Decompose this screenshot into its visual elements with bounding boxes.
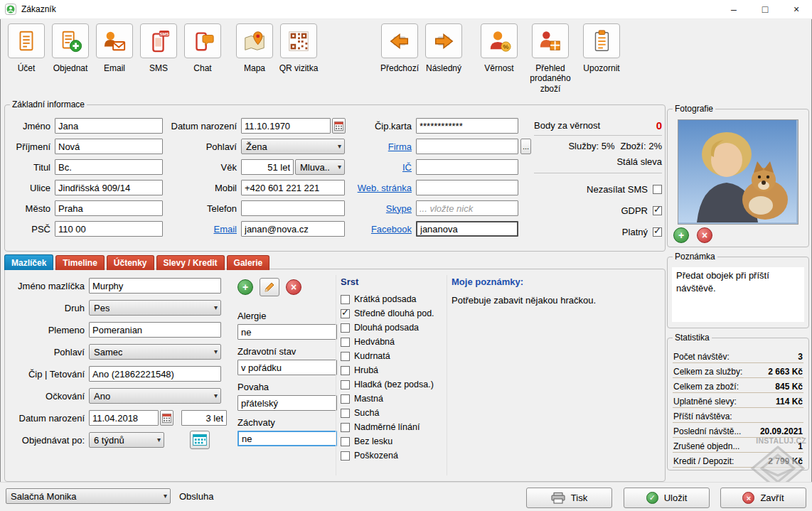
skype-field[interactable] bbox=[416, 200, 518, 216]
coat-checkbox-item[interactable]: Kudrnatá bbox=[341, 349, 447, 363]
coat-checkbox[interactable] bbox=[341, 394, 350, 404]
zdravotni-stav-field[interactable] bbox=[237, 360, 337, 375]
obsluha-select[interactable]: Salačná Monika bbox=[6, 488, 171, 504]
upozornit-button[interactable]: Upozornit bbox=[576, 23, 627, 73]
objednat-button[interactable]: Objednat bbox=[48, 23, 92, 73]
titul-field[interactable] bbox=[55, 159, 163, 175]
email-field[interactable] bbox=[241, 221, 345, 237]
date-picker-icon[interactable] bbox=[332, 118, 346, 134]
facebook-field[interactable] bbox=[416, 221, 518, 237]
maximize-button[interactable]: □ bbox=[749, 0, 781, 18]
pet-age-field[interactable] bbox=[181, 410, 227, 426]
alergie-field[interactable] bbox=[237, 324, 337, 340]
zachvaty-field[interactable] bbox=[237, 431, 337, 446]
vek-field[interactable] bbox=[241, 159, 294, 175]
cip-karta-field[interactable] bbox=[416, 118, 518, 134]
mluva-select[interactable]: Mluva.. bbox=[295, 159, 345, 175]
pet-plemeno-field[interactable] bbox=[89, 322, 221, 338]
coat-checkbox-item[interactable]: Středně dlouhá pod. bbox=[341, 306, 447, 321]
datum-narozeni-field[interactable] bbox=[241, 118, 331, 134]
tab-timeline[interactable]: Timeline bbox=[55, 255, 104, 270]
coat-checkbox[interactable] bbox=[341, 423, 350, 432]
pet-druh-select[interactable]: Pes bbox=[89, 300, 221, 316]
tisk-button[interactable]: Tisk bbox=[526, 488, 612, 508]
pet-cip-field[interactable] bbox=[89, 366, 221, 382]
prijmeni-field[interactable] bbox=[55, 139, 163, 154]
povaha-field[interactable] bbox=[237, 395, 337, 411]
tab-uctenky[interactable]: Účtenky bbox=[107, 255, 154, 270]
nezasilat-sms-checkbox[interactable] bbox=[653, 185, 662, 194]
coat-checkbox[interactable] bbox=[341, 338, 350, 347]
coat-checkbox-item[interactable]: Hrubá bbox=[341, 363, 447, 377]
delete-pet-button[interactable]: × bbox=[286, 279, 301, 295]
coat-checkbox-item[interactable]: Suchá bbox=[341, 406, 447, 420]
schedule-calendar-button[interactable] bbox=[190, 431, 210, 449]
gdpr-checkbox[interactable] bbox=[653, 206, 662, 215]
zavrit-button[interactable]: × Zavřít bbox=[720, 488, 806, 508]
ucet-button[interactable]: Účet bbox=[4, 23, 48, 73]
platny-checkbox[interactable] bbox=[653, 227, 662, 237]
vernost-button[interactable]: % Věrnost bbox=[474, 23, 525, 73]
skype-link[interactable]: Skype bbox=[352, 203, 416, 214]
coat-checkbox[interactable] bbox=[341, 295, 350, 304]
coat-checkbox-item[interactable]: Bez lesku bbox=[341, 434, 447, 448]
note-textarea[interactable]: Předat obojek při příští návštěvě. bbox=[672, 267, 804, 322]
coat-checkbox-item[interactable]: Nadměrné línání bbox=[341, 420, 447, 434]
close-button[interactable]: × bbox=[781, 0, 812, 18]
psc-field[interactable] bbox=[55, 221, 163, 237]
coat-checkbox-item[interactable]: Krátká podsada bbox=[341, 292, 447, 306]
ulice-field[interactable] bbox=[55, 180, 163, 195]
telefon-field[interactable] bbox=[241, 200, 345, 216]
coat-checkbox[interactable] bbox=[341, 309, 350, 318]
ulozit-button[interactable]: ✓ Uložit bbox=[624, 488, 710, 508]
coat-checkbox-item[interactable]: Mastná bbox=[341, 392, 447, 406]
firma-field[interactable] bbox=[416, 139, 518, 154]
ic-link[interactable]: IČ bbox=[352, 162, 416, 173]
mapa-button[interactable]: Mapa bbox=[233, 23, 277, 73]
nasledny-button[interactable]: Následný bbox=[422, 23, 466, 73]
pet-datum-narozeni-field[interactable] bbox=[89, 410, 159, 426]
jmeno-field[interactable] bbox=[55, 118, 163, 134]
predchozi-button[interactable]: Předchozí bbox=[378, 23, 422, 73]
coat-checkbox[interactable] bbox=[341, 352, 350, 361]
mesto-field[interactable] bbox=[55, 200, 163, 216]
coat-checkbox[interactable] bbox=[341, 437, 350, 446]
coat-checkbox[interactable] bbox=[341, 323, 350, 333]
email-button[interactable]: Email bbox=[92, 23, 137, 73]
coat-checkbox-item[interactable]: Poškozená bbox=[341, 448, 447, 463]
firma-more-button[interactable]: ... bbox=[520, 139, 531, 154]
sms-button[interactable]: SMS SMS bbox=[137, 23, 181, 73]
pohlavi-select[interactable]: Žena bbox=[241, 139, 345, 154]
tab-slevy-kredit[interactable]: Slevy / Kredit bbox=[156, 255, 225, 270]
firma-link[interactable]: Firma bbox=[352, 141, 416, 152]
coat-checkbox[interactable] bbox=[341, 409, 350, 418]
pet-notes-text[interactable]: Potřebuje zabavit nějakou hračkou. bbox=[452, 295, 662, 306]
pet-date-picker-icon[interactable] bbox=[160, 410, 173, 426]
web-stranka-link[interactable]: Web. stránka bbox=[352, 183, 416, 193]
edit-pet-button[interactable] bbox=[260, 278, 279, 296]
facebook-link[interactable]: Facebook bbox=[352, 224, 416, 235]
add-photo-button[interactable]: + bbox=[673, 227, 689, 243]
coat-checkbox[interactable] bbox=[341, 380, 350, 389]
coat-checkbox-item[interactable]: Dlouhá podsada bbox=[341, 321, 447, 335]
coat-checkbox[interactable] bbox=[341, 451, 350, 461]
add-pet-button[interactable]: + bbox=[237, 279, 253, 295]
pet-jmeno-field[interactable] bbox=[89, 278, 221, 294]
tab-mazlicek[interactable]: Mazlíček bbox=[4, 254, 53, 270]
delete-photo-button[interactable]: × bbox=[697, 227, 712, 243]
ic-field[interactable] bbox=[416, 159, 518, 175]
coat-checkbox-item[interactable]: Hedvábná bbox=[341, 335, 447, 349]
tab-galerie[interactable]: Galerie bbox=[227, 255, 270, 270]
mobil-field[interactable] bbox=[241, 180, 345, 195]
chat-button[interactable]: Chat bbox=[181, 23, 225, 73]
objednavat-po-select[interactable]: 6 týdnů bbox=[89, 432, 164, 448]
coat-checkbox[interactable] bbox=[341, 366, 350, 375]
qr-vizitka-button[interactable]: QR vizitka bbox=[277, 23, 321, 73]
prehled-zbozi-button[interactable]: Přehled prodaného zboží bbox=[525, 23, 576, 94]
pet-pohlavi-select[interactable]: Samec bbox=[89, 344, 221, 360]
coat-checkbox-item[interactable]: Hladká (bez podsa.) bbox=[341, 377, 447, 392]
web-stranka-field[interactable] bbox=[416, 180, 518, 195]
pet-ockovani-select[interactable]: Ano bbox=[89, 388, 221, 404]
minimize-button[interactable]: – bbox=[718, 0, 749, 18]
email-link[interactable]: Email bbox=[167, 224, 241, 235]
